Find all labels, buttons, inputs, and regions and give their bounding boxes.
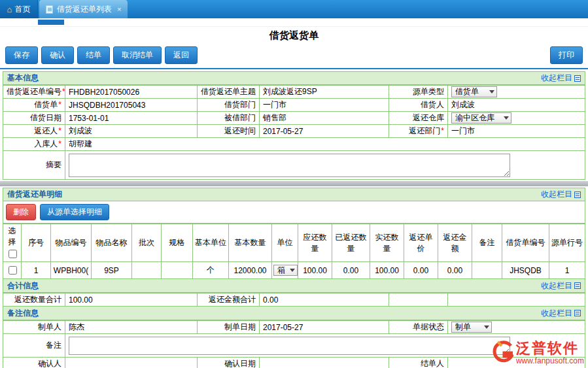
basic-info-header: 基本信息 收起栏目 (3, 71, 585, 85)
row-actual-qty[interactable]: 100.00 (370, 262, 404, 279)
loan-date-label-cell: 借货日期 (3, 112, 65, 125)
toolbar: 保存 确认 结单 取消结单 返回 打印 (0, 44, 588, 69)
tab-return-list-label: 借货返还单列表 (57, 4, 112, 15)
basic-collapse-link[interactable]: 收起栏目 (541, 73, 581, 84)
col-seq: 序号 (22, 224, 51, 262)
col-spec: 规格 (162, 224, 193, 262)
totals-form: 返还数量合计 100.00 返还金额合计 0.00 (3, 293, 585, 307)
col-remark: 备注 (472, 224, 502, 262)
loan-date-value: 1753-01-01 (65, 112, 198, 125)
remarks-title: 备注信息 (7, 308, 39, 319)
borrowed-dept-value: 销售部 (260, 112, 389, 125)
unit-select[interactable]: 箱 (273, 265, 298, 276)
back-button[interactable]: 返回 (165, 46, 198, 64)
select-from-source-button[interactable]: 从源单选择明细 (40, 204, 109, 220)
delete-row-button[interactable]: 删除 (6, 204, 36, 220)
row-select-cell (3, 262, 22, 279)
detail-collapse-link[interactable]: 收起栏目 (541, 189, 581, 200)
col-select: 选择 (3, 224, 22, 262)
warehouse-cell: 渝中区仓库 (448, 112, 585, 125)
totals-title: 合计信息 (7, 280, 39, 292)
row-spec (162, 262, 193, 279)
col-item-name: 物品名称 (92, 224, 132, 262)
source-type-label-cell: 源单类型 (389, 86, 448, 99)
settle-button[interactable]: 结单 (77, 46, 110, 64)
basic-info-panel: 基本信息 收起栏目 借货返还单编号* FHDBH2017050026 借货返还单… (3, 71, 585, 180)
warehouse-value: 渝中区仓库 (455, 112, 494, 124)
basic-info-form: 借货返还单编号* FHDBH2017050026 借货返还单主题 刘成波返还9S… (3, 85, 585, 180)
totals-empty-1 (389, 293, 448, 307)
subject-value[interactable]: 刘成波返还9SP (260, 86, 389, 99)
row-remark[interactable] (472, 262, 502, 279)
detail-table-header-row: 选择 序号 物品编号 物品名称 批次 规格 基本单位 基本数量 单位 应还数量 … (3, 224, 585, 262)
chevron-down-icon (290, 269, 295, 272)
settler-value (448, 358, 585, 368)
stock-in-label-cell: 入库人* (3, 138, 65, 151)
collapse-icon (574, 75, 581, 82)
col-actual-qty: 实还数量 (370, 224, 404, 262)
row-item-name: 9SP (92, 262, 132, 279)
note-textarea[interactable] (69, 337, 510, 355)
warehouse-label-cell: 返还仓库 (389, 112, 448, 125)
row-amount: 0.00 (438, 262, 472, 279)
tab-indicator (38, 20, 64, 25)
loan-no-label-cell: 借货单* (3, 99, 65, 112)
page-title: 借货返货单 (0, 27, 588, 44)
total-amount-label-cell: 返还金额合计 (198, 293, 260, 307)
chevron-down-icon (504, 116, 509, 120)
row-checkbox[interactable] (9, 266, 17, 275)
row-item-no: WPBH00( (51, 262, 92, 279)
col-due-qty: 应还数量 (298, 224, 332, 262)
detail-panel: 借货返还单明细 收起栏目 删除 从源单选择明细 选择 序号 物品编号 物品名称 … (3, 188, 585, 279)
stock-in-value[interactable]: 胡帮建 (65, 138, 585, 151)
borrower-value: 刘成波 (448, 99, 585, 112)
doc-no-label-cell: 借货返还单编号* (3, 86, 65, 99)
total-qty-label-cell: 返还数量合计 (3, 293, 65, 307)
row-unit-cell: 箱 (272, 262, 298, 279)
source-type-select[interactable]: 借货单 (451, 86, 497, 97)
row-base-unit: 个 (193, 262, 229, 279)
warehouse-select[interactable]: 渝中区仓库 (451, 112, 511, 124)
source-type-cell: 借货单 (448, 86, 585, 99)
status-value: 制单 (455, 322, 471, 333)
home-icon: ⌂ (7, 5, 12, 14)
collapse-icon (574, 192, 581, 198)
totals-empty-2 (448, 293, 585, 307)
remarks-header: 备注信息 收起栏目 (3, 307, 585, 320)
remarks-collapse-link[interactable]: 收起栏目 (541, 308, 581, 319)
totals-collapse-link[interactable]: 收起栏目 (541, 280, 581, 292)
row-base-qty: 12000.00 (229, 262, 272, 279)
print-button[interactable]: 打印 (550, 46, 583, 64)
confirm-date-value (260, 358, 389, 368)
maker-label-cell: 制单人 (3, 321, 65, 334)
cancel-settle-button[interactable]: 取消结单 (113, 46, 162, 64)
confirmer-label-cell: 确认人 (3, 358, 65, 368)
col-item-no: 物品编号 (51, 224, 92, 262)
confirm-button[interactable]: 确认 (41, 46, 74, 64)
col-loan-doc-no: 借货单编号 (502, 224, 549, 262)
row-unit-price[interactable]: 0.00 (404, 262, 438, 279)
confirmer-value (65, 358, 198, 368)
col-base-unit: 基本单位 (193, 224, 229, 262)
tab-return-list[interactable]: 借货返还单列表 × (39, 0, 128, 18)
select-all-checkbox[interactable] (9, 250, 17, 258)
settler-label-cell: 结单人 (389, 358, 448, 368)
return-dept-value[interactable]: 一门市 (448, 125, 585, 138)
borrowed-dept-label-cell: 被借部门 (198, 112, 260, 125)
summary-textarea[interactable] (69, 154, 510, 177)
borrower-label-cell: 借货人 (389, 99, 448, 112)
tab-close-icon[interactable]: × (117, 5, 121, 13)
collapse-label: 收起栏目 (541, 73, 572, 84)
status-label-cell: 单据状态 (389, 321, 448, 334)
status-select[interactable]: 制单 (451, 322, 492, 333)
row-returned-qty: 0.00 (332, 262, 370, 279)
col-unit: 单位 (272, 224, 298, 262)
save-button[interactable]: 保存 (5, 46, 38, 64)
return-time-value[interactable]: 2017-05-27 (260, 125, 389, 138)
remarks-panel: 备注信息 收起栏目 制单人 陈杰 制单日期 2017-05-27 单据状态 制单… (3, 307, 585, 368)
returner-value[interactable]: 刘成波 (65, 125, 198, 138)
collapse-label: 收起栏目 (541, 308, 572, 319)
section-splitter (0, 181, 588, 186)
tab-home[interactable]: ⌂ 首页 (0, 0, 38, 18)
loan-no-value: JHSQDBH201705043 (65, 99, 198, 112)
